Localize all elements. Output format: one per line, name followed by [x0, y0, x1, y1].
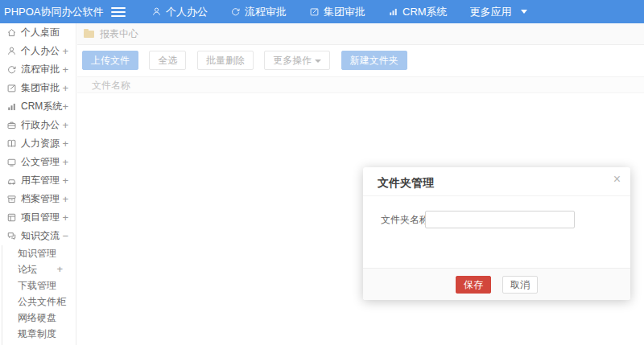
caret-down-icon — [315, 60, 321, 63]
expand-toggle[interactable]: + — [62, 79, 68, 97]
sidebar-item-label: 个人办公 — [21, 44, 60, 58]
process-icon — [6, 64, 17, 75]
subitem-label: 论坛 — [18, 264, 37, 275]
sidebar-item-personal-desktop[interactable]: 个人桌面 — [0, 23, 76, 42]
sidebar-item-crm[interactable]: CRM系统 + — [0, 97, 76, 116]
sidebar-item-label: 行政办公 — [21, 118, 60, 132]
dialog-title: 文件夹管理 — [378, 176, 434, 189]
user-icon — [151, 6, 162, 17]
sidebar-item-knowledge[interactable]: 知识交流 − — [0, 227, 76, 245]
folder-icon — [84, 31, 94, 38]
user-icon — [6, 46, 17, 56]
sidebar-item-official-docs[interactable]: 公文管理 + — [0, 153, 76, 171]
sidebar-item-label: 公文管理 — [21, 155, 60, 169]
top-navbar: PHPOA协同办公软件 个人办公 流程审批 集团审批 CRM系统 更多应用 — [0, 0, 644, 23]
knowledge-submenu: 知识管理 论坛 + 下载管理 公共文件柜 网络硬盘 规章制度 — [0, 245, 76, 342]
sidebar-item-label: 档案管理 — [21, 192, 60, 206]
app-logo: PHPOA协同办公软件 — [0, 5, 105, 19]
sidebar-item-label: 集团审批 — [21, 81, 60, 95]
sidebar-item-label: 流程审批 — [21, 63, 60, 76]
folder-name-label: 文件夹名称 — [363, 213, 416, 227]
archive-icon — [6, 194, 17, 204]
subitem-label: 规章制度 — [18, 328, 56, 339]
new-folder-button[interactable]: 新建文件夹 — [341, 51, 407, 70]
sidebar-item-label: CRM系统 — [21, 100, 62, 113]
sidebar-item-vehicle[interactable]: 用车管理 + — [0, 171, 76, 190]
upload-file-button[interactable]: 上传文件 — [82, 51, 138, 70]
subitem-label: 公共文件柜 — [18, 296, 66, 307]
collapse-toggle[interactable]: − — [62, 227, 68, 245]
nav-item-label: CRM系统 — [402, 5, 448, 19]
select-all-button[interactable]: 全选 — [149, 51, 186, 70]
nav-item-group-approval[interactable]: 集团审批 — [298, 0, 377, 23]
expand-toggle[interactable]: + — [62, 208, 68, 227]
sidebar-subitem-forum[interactable]: 论坛 + — [0, 261, 76, 277]
breadcrumb: 报表中心 — [77, 23, 644, 45]
sidebar-item-label: 用车管理 — [21, 174, 60, 187]
expand-toggle[interactable]: + — [62, 97, 68, 116]
sidebar-item-label: 项目管理 — [21, 211, 60, 224]
nav-item-label: 集团审批 — [324, 5, 365, 19]
menu-toggle-icon[interactable] — [111, 7, 126, 17]
expand-toggle[interactable]: + — [62, 153, 68, 171]
top-nav-menu: 个人办公 流程审批 集团审批 CRM系统 更多应用 — [140, 0, 539, 23]
chart-icon — [388, 6, 398, 17]
dialog-header: 文件夹管理 × — [363, 167, 630, 196]
more-actions-button[interactable]: 更多操作 — [264, 51, 330, 70]
sidebar-subitem-rules[interactable]: 规章制度 — [0, 326, 76, 342]
expand-toggle[interactable]: + — [62, 190, 68, 208]
sidebar-subitem-network-disk[interactable]: 网络硬盘 — [0, 310, 76, 326]
nav-item-label: 更多应用 — [470, 5, 512, 19]
home-icon — [6, 27, 17, 38]
sidebar-item-admin-office[interactable]: 行政办公 + — [0, 116, 76, 134]
briefcase-icon — [6, 120, 17, 130]
subitem-label: 网络硬盘 — [18, 312, 56, 323]
expand-toggle[interactable]: + — [56, 261, 63, 277]
nav-item-label: 个人办公 — [166, 5, 208, 19]
sidebar-item-group-approval[interactable]: 集团审批 + — [0, 79, 76, 97]
book-icon — [6, 138, 17, 149]
edit-icon — [6, 83, 17, 93]
sidebar-subitem-public-cabinet[interactable]: 公共文件柜 — [0, 294, 76, 310]
more-actions-label: 更多操作 — [273, 55, 312, 66]
chat-icon — [6, 231, 17, 241]
batch-delete-button[interactable]: 批量删除 — [197, 51, 254, 70]
expand-toggle[interactable]: + — [62, 60, 68, 79]
edit-icon — [309, 6, 320, 17]
sidebar-item-label: 人力资源 — [21, 137, 60, 150]
expand-toggle[interactable]: + — [62, 134, 68, 153]
sidebar-subitem-knowledge-mgmt[interactable]: 知识管理 — [0, 245, 76, 261]
sidebar-subitem-downloads[interactable]: 下载管理 — [0, 277, 76, 294]
dialog-body: 文件夹名称 — [363, 196, 630, 228]
sidebar-item-hr[interactable]: 人力资源 + — [0, 134, 76, 153]
nav-item-process-approval[interactable]: 流程审批 — [219, 0, 298, 23]
nav-item-more-apps[interactable]: 更多应用 — [459, 0, 539, 23]
nav-item-crm[interactable]: CRM系统 — [377, 0, 459, 23]
sidebar-item-projects[interactable]: 项目管理 + — [0, 208, 76, 227]
sidebar-item-process-approval[interactable]: 流程审批 + — [0, 60, 76, 79]
dialog-footer: 保存 取消 — [363, 268, 630, 300]
sidebar-item-label: 个人桌面 — [21, 26, 60, 39]
caret-down-icon — [521, 10, 527, 14]
file-name-column-header: 文件名称 — [92, 80, 130, 91]
close-icon[interactable]: × — [613, 173, 621, 186]
sidebar-item-archives[interactable]: 档案管理 + — [0, 190, 76, 208]
sidebar-item-personal-office[interactable]: 个人办公 + — [0, 42, 76, 60]
sidebar-item-label: 知识交流 — [21, 229, 60, 243]
process-icon — [230, 6, 241, 17]
expand-toggle[interactable]: + — [62, 42, 68, 60]
chart-icon — [6, 101, 17, 112]
expand-toggle[interactable]: + — [62, 171, 68, 190]
subitem-label: 下载管理 — [18, 280, 56, 291]
save-button[interactable]: 保存 — [456, 276, 491, 294]
folder-name-input[interactable] — [425, 211, 575, 228]
nav-item-personal-office[interactable]: 个人办公 — [140, 0, 219, 23]
subitem-label: 知识管理 — [18, 248, 56, 259]
toolbar: 上传文件 全选 批量删除 更多操作 新建文件夹 — [77, 45, 644, 70]
expand-toggle[interactable]: + — [62, 116, 68, 134]
breadcrumb-label: 报表中心 — [100, 27, 138, 41]
file-list-header: 文件名称 — [77, 76, 644, 93]
nav-item-label: 流程审批 — [245, 5, 287, 19]
cancel-button[interactable]: 取消 — [502, 276, 538, 294]
project-icon — [6, 212, 17, 223]
